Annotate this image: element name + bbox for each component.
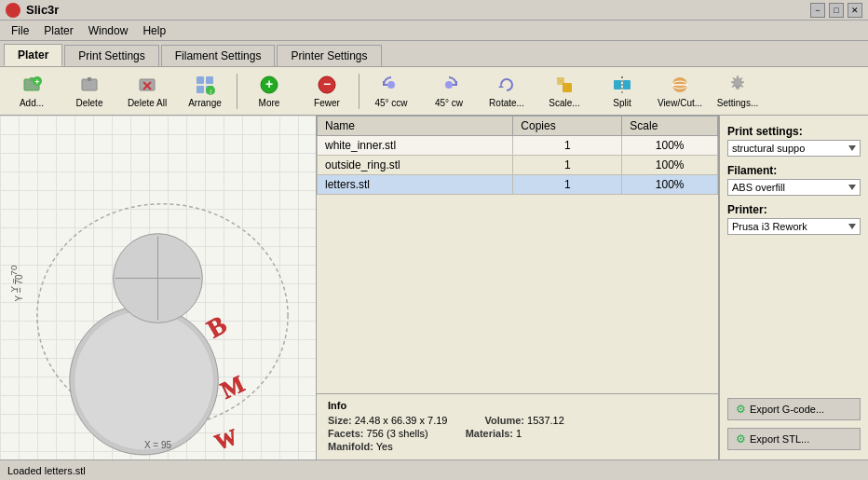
tabbar: Plater Print Settings Filament Settings … bbox=[0, 41, 868, 67]
facets-label: Facets: bbox=[328, 428, 364, 439]
col-name: Name bbox=[318, 117, 513, 136]
settings-panel: Print settings: structural suppo Filamen… bbox=[719, 116, 868, 459]
svg-point-18 bbox=[445, 81, 453, 89]
fewer-button[interactable]: − Fewer bbox=[299, 70, 355, 113]
svg-text:W: W bbox=[211, 424, 240, 455]
materials-value: 1 bbox=[516, 428, 522, 439]
svg-rect-22 bbox=[623, 80, 631, 89]
more-label: More bbox=[259, 98, 280, 108]
app-logo bbox=[6, 3, 20, 18]
tab-print-settings[interactable]: Print Settings bbox=[64, 45, 158, 66]
export-stl-button[interactable]: ⚙ Export STL... bbox=[727, 428, 861, 450]
add-label: Add... bbox=[20, 98, 44, 108]
toolbar: + Add... Delete Delete All bbox=[0, 67, 868, 116]
separator-2 bbox=[359, 74, 359, 109]
info-title: Info bbox=[328, 400, 707, 411]
size-value: 24.48 x 66.39 x 7.19 bbox=[355, 415, 448, 426]
svg-text:+: + bbox=[34, 77, 39, 87]
svg-rect-9 bbox=[197, 86, 204, 93]
ccw-icon bbox=[380, 74, 402, 96]
rotate-button[interactable]: Rotate... bbox=[479, 70, 535, 113]
cell-copies: 1 bbox=[513, 136, 622, 156]
delete-all-label: Delete All bbox=[128, 98, 167, 108]
cell-copies: 1 bbox=[513, 175, 622, 195]
arrange-label: Arrange bbox=[188, 98, 222, 108]
cell-name: white_inner.stl bbox=[318, 136, 513, 156]
table-row[interactable]: white_inner.stl 1 100% bbox=[318, 136, 718, 156]
viewcut-icon bbox=[669, 74, 691, 96]
x-axis-label: X = 95 bbox=[144, 440, 171, 450]
arrange-button[interactable]: ↕ Arrange bbox=[177, 70, 233, 113]
split-icon bbox=[611, 74, 633, 96]
minimize-button[interactable]: − bbox=[810, 3, 825, 18]
tab-plater[interactable]: Plater bbox=[4, 44, 62, 66]
cell-scale: 100% bbox=[622, 136, 718, 156]
scale-button[interactable]: Scale... bbox=[536, 70, 592, 113]
right-panel: Name Copies Scale white_inner.stl 1 100%… bbox=[317, 116, 719, 459]
cw-label: 45° cw bbox=[435, 98, 463, 108]
cell-copies: 1 bbox=[513, 156, 622, 175]
svg-text:↕: ↕ bbox=[209, 88, 212, 96]
col-copies: Copies bbox=[513, 117, 622, 136]
svg-text:B: B bbox=[202, 309, 232, 343]
size-label: Size: bbox=[328, 415, 352, 426]
more-button[interactable]: + More bbox=[241, 70, 297, 113]
filament-label: Filament: bbox=[727, 164, 861, 177]
export-gcode-button[interactable]: ⚙ Export G-code... bbox=[727, 398, 861, 420]
col-scale: Scale bbox=[622, 117, 718, 136]
export-stl-icon: ⚙ bbox=[736, 432, 746, 446]
filament-select[interactable]: ABS overfill bbox=[727, 179, 861, 196]
rotate-ccw-button[interactable]: 45° ccw bbox=[363, 70, 419, 113]
table-row[interactable]: letters.stl 1 100% bbox=[318, 175, 718, 195]
manifold-label: Manifold: bbox=[328, 441, 373, 452]
cell-name: letters.stl bbox=[318, 175, 513, 195]
titlebar-title: Slic3r bbox=[6, 3, 59, 18]
menubar: File Plater Window Help bbox=[0, 21, 868, 41]
cell-scale: 100% bbox=[622, 156, 718, 175]
manifold-value: Yes bbox=[376, 441, 393, 452]
separator-1 bbox=[237, 74, 237, 109]
tab-printer-settings[interactable]: Printer Settings bbox=[277, 45, 381, 66]
delete-label: Delete bbox=[76, 98, 103, 108]
scale-label: Scale... bbox=[549, 98, 579, 108]
viewport[interactable]: B M W Y = 70 X = 95 Y = 70 X = 95 bbox=[0, 116, 317, 459]
status-message: Loaded letters.stl bbox=[7, 465, 86, 476]
titlebar: Slic3r − □ ✕ bbox=[0, 0, 868, 21]
tab-filament-settings[interactable]: Filament Settings bbox=[161, 45, 276, 66]
print-settings-select[interactable]: structural suppo bbox=[727, 140, 861, 157]
split-button[interactable]: Split bbox=[594, 70, 650, 113]
rotate-cw-button[interactable]: 45° cw bbox=[421, 70, 477, 113]
info-panel: Info Size: 24.48 x 66.39 x 7.19 Volume: … bbox=[317, 393, 718, 459]
add-icon: + bbox=[20, 74, 43, 96]
volume-value: 1537.12 bbox=[527, 415, 564, 426]
window-controls: − □ ✕ bbox=[810, 3, 862, 18]
delete-all-button[interactable]: Delete All bbox=[119, 70, 175, 113]
close-button[interactable]: ✕ bbox=[848, 3, 862, 18]
delete-button[interactable]: Delete bbox=[61, 70, 117, 113]
delete-all-icon bbox=[136, 74, 158, 96]
main-content: B M W Y = 70 X = 95 Y = 70 X = 95 Name bbox=[0, 116, 868, 459]
svg-rect-20 bbox=[563, 83, 572, 92]
y-axis-label: Y = 70 bbox=[14, 274, 24, 301]
viewcut-button[interactable]: View/Cut... bbox=[652, 70, 708, 113]
printer-select[interactable]: Prusa i3 Rework bbox=[727, 218, 861, 235]
table-row[interactable]: outside_ring.stl 1 100% bbox=[318, 156, 718, 175]
svg-rect-21 bbox=[614, 80, 621, 89]
split-label: Split bbox=[613, 98, 631, 108]
menu-help[interactable]: Help bbox=[135, 22, 173, 39]
settings-toolbar-button[interactable]: Settings... bbox=[710, 70, 766, 113]
svg-text:M: M bbox=[217, 370, 249, 405]
svg-text:−: − bbox=[323, 76, 331, 91]
restore-button[interactable]: □ bbox=[829, 3, 844, 18]
menu-file[interactable]: File bbox=[4, 22, 36, 39]
menu-window[interactable]: Window bbox=[81, 22, 136, 39]
ccw-label: 45° ccw bbox=[374, 98, 407, 108]
app-title: Slic3r bbox=[26, 3, 59, 17]
menu-plater[interactable]: Plater bbox=[36, 22, 80, 39]
arrange-icon: ↕ bbox=[194, 74, 216, 96]
svg-text:+: + bbox=[265, 76, 273, 91]
svg-rect-7 bbox=[197, 76, 204, 84]
cell-name: outside_ring.stl bbox=[318, 156, 513, 175]
print-settings-label: Print settings: bbox=[727, 125, 861, 138]
add-button[interactable]: + Add... bbox=[4, 70, 60, 113]
